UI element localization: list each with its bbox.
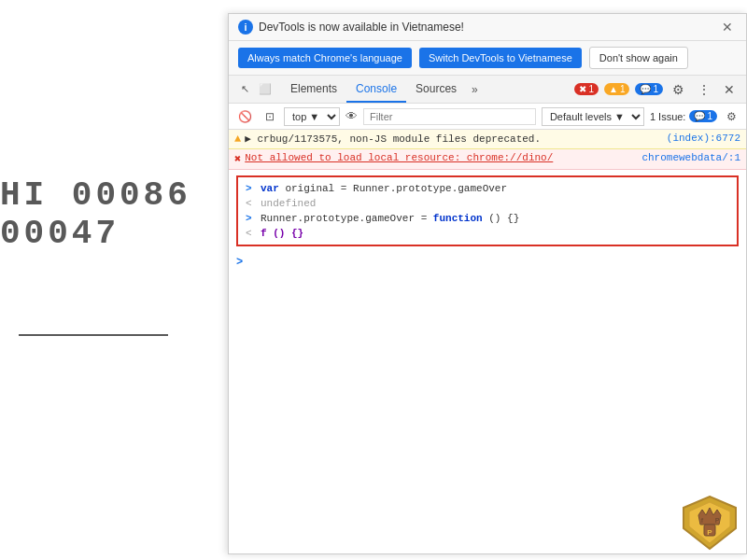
clear-console-button[interactable]: 🚫: [234, 108, 256, 125]
filter-toggle-button[interactable]: ⊡: [261, 108, 278, 125]
code-line-4: < f () {}: [238, 226, 737, 241]
notification-left: i DevTools is now available in Vietnames…: [238, 20, 464, 35]
console-input-line: >: [229, 252, 746, 273]
error-message: Not allowed to load local resource: chro…: [245, 152, 638, 163]
cursor-icon[interactable]: ↖: [236, 81, 253, 98]
console-toolbar: 🚫 ⊡ top ▼ 👁 Default levels ▼ 1 Issue: 💬 …: [229, 104, 746, 130]
code-line-1: > var original = Runner.prototype.gameOv…: [238, 181, 737, 196]
code-text-1: var original = Runner.prototype.gameOver: [261, 183, 507, 194]
tab-console[interactable]: Console: [346, 77, 406, 103]
console-warning-entry: ▲ ▶ crbug/1173575, non-JS module files d…: [229, 130, 746, 149]
always-match-language-button[interactable]: Always match Chrome's language: [238, 48, 412, 68]
issues-count: 1: [707, 111, 712, 121]
filter-input[interactable]: [363, 108, 536, 125]
tab-elements[interactable]: Elements: [281, 77, 346, 103]
warning-message: ▶ crbug/1173575, non-JS module files dep…: [245, 133, 663, 145]
console-content: ▲ ▶ crbug/1173575, non-JS module files d…: [229, 130, 746, 553]
console-error-entry: ✖ Not allowed to load local resource: ch…: [229, 149, 746, 170]
settings-icon[interactable]: ⚙: [669, 80, 688, 99]
code-text-2: Runner.prototype.gameOver = function () …: [261, 213, 519, 224]
more-options-icon[interactable]: ⋮: [694, 80, 714, 99]
input-prompt-2: >: [246, 213, 255, 224]
code-output-1: undefined: [261, 198, 316, 209]
info-icon: i: [238, 20, 253, 35]
issues-badge: 1 Issue: 💬 1: [650, 110, 717, 122]
code-line-3: > Runner.prototype.gameOver = function (…: [238, 211, 737, 226]
issues-count-badge: 💬 1: [689, 110, 717, 122]
warning-icon: ▲: [609, 84, 618, 94]
switch-devtools-language-button[interactable]: Switch DevTools to Vietnamese: [419, 48, 582, 68]
warning-badge: ▲ 1: [604, 83, 629, 95]
tab-more-button[interactable]: »: [466, 79, 484, 100]
code-output-2: f () {}: [261, 228, 303, 239]
console-input-prompt: >: [236, 256, 243, 269]
tabs-row: ↖ ⬜ Elements Console Sources » ✖ 1 ▲ 1 💬…: [229, 76, 746, 104]
buttons-row: Always match Chrome's language Switch De…: [229, 41, 746, 76]
tab-badges: ✖ 1 ▲ 1 💬 1 ⚙ ⋮ ✕: [574, 80, 739, 99]
close-devtools-button[interactable]: ✕: [720, 80, 739, 99]
notification-bar: i DevTools is now available in Vietnames…: [229, 14, 746, 41]
console-settings-button[interactable]: ⚙: [723, 108, 740, 125]
issues-label: 1 Issue:: [650, 111, 686, 122]
watermark-logo: P f P: [682, 495, 738, 551]
message-icon: 💬: [640, 84, 651, 94]
warning-triangle-icon: ▲: [234, 133, 241, 146]
level-selector[interactable]: Default levels ▼: [542, 107, 644, 126]
tab-icons: ↖ ⬜: [236, 81, 274, 98]
close-notification-button[interactable]: ✕: [718, 20, 737, 35]
code-block: > var original = Runner.prototype.gameOv…: [236, 175, 739, 246]
game-score: HI 00086 00047: [0, 176, 224, 253]
device-icon[interactable]: ⬜: [257, 81, 274, 98]
context-selector[interactable]: top ▼: [284, 107, 340, 126]
game-bottom: [0, 289, 224, 345]
notification-text: DevTools is now available in Vietnamese!: [259, 21, 464, 34]
output-prompt-2: <: [246, 228, 255, 239]
code-line-2: < undefined: [238, 196, 737, 211]
svg-text:P: P: [707, 528, 712, 537]
message-icon-sm: 💬: [694, 111, 705, 121]
input-prompt-1: >: [246, 183, 255, 194]
dont-show-again-button[interactable]: Don't show again: [589, 47, 688, 69]
message-badge: 💬 1: [635, 83, 663, 95]
dino-ground: [19, 317, 168, 336]
warning-count: 1: [620, 84, 626, 94]
error-badge: ✖ 1: [574, 83, 599, 95]
warning-link[interactable]: (index):6772: [667, 133, 740, 144]
error-count: 1: [588, 84, 594, 94]
error-circle-icon: ✖: [234, 152, 241, 166]
error-icon: ✖: [579, 84, 586, 94]
message-count: 1: [653, 84, 658, 94]
error-link[interactable]: chromewebdata/:1: [641, 152, 740, 163]
devtools-panel: i DevTools is now available in Vietnames…: [228, 13, 747, 554]
eye-icon[interactable]: 👁: [345, 109, 358, 123]
svg-text:P: P: [715, 517, 720, 524]
output-prompt-1: <: [246, 198, 255, 209]
game-area: HI 00086 00047: [0, 121, 224, 308]
tab-sources[interactable]: Sources: [406, 77, 466, 103]
